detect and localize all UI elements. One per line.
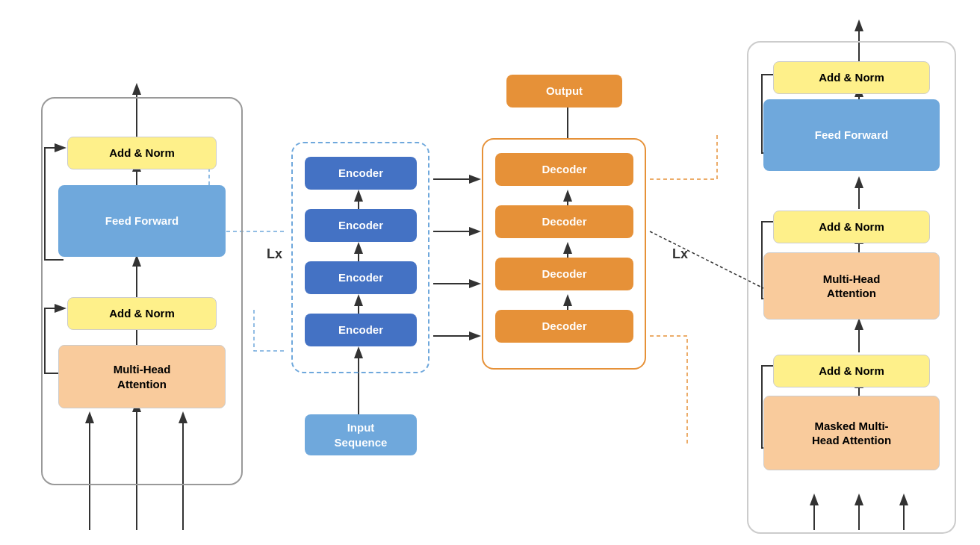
left-add-norm-bottom: Add & Norm <box>67 297 217 330</box>
right-add-norm-bottom: Add & Norm <box>773 355 930 387</box>
decoder-lx-label: Lx <box>672 246 688 262</box>
input-sequence: Input Sequence <box>305 414 417 455</box>
output-box: Output <box>506 75 622 108</box>
decoder-1: Decoder <box>495 153 633 186</box>
encoder-4: Encoder <box>305 314 417 346</box>
right-feed-forward: Feed Forward <box>763 99 940 171</box>
right-multi-head-attention: Multi-Head Attention <box>763 252 940 320</box>
left-feed-forward: Feed Forward <box>58 185 226 257</box>
encoder-3: Encoder <box>305 261 417 294</box>
encoder-2: Encoder <box>305 209 417 242</box>
right-masked-attention: Masked Multi- Head Attention <box>763 396 940 470</box>
decoder-3: Decoder <box>495 258 633 290</box>
encoder-1: Encoder <box>305 157 417 190</box>
left-multi-head-attention: Multi-Head Attention <box>58 345 226 408</box>
decoder-4: Decoder <box>495 310 633 343</box>
diagram: Add & Norm Feed Forward Add & Norm Multi… <box>0 0 980 545</box>
decoder-2: Decoder <box>495 205 633 238</box>
encoder-lx-label: Lx <box>267 246 282 262</box>
right-add-norm-top: Add & Norm <box>773 61 930 94</box>
right-add-norm-mid: Add & Norm <box>773 211 930 243</box>
left-add-norm-top: Add & Norm <box>67 137 217 169</box>
